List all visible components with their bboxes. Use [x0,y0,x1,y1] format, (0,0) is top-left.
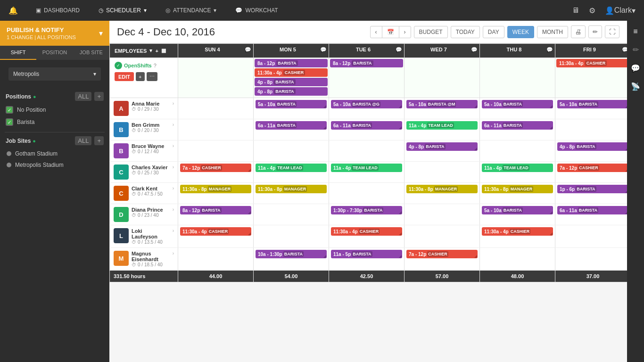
positions-all-btn[interactable]: ALL [75,92,91,101]
position-no-position[interactable]: No Position [6,104,104,116]
open-shift-pill[interactable]: 11:30a - 4p CASHIER [255,68,328,77]
shift-cell-7-1[interactable]: 10a - 1:30p BARISTA [254,248,329,271]
shift-pill[interactable]: 1p - 6p BARISTA [557,185,627,193]
shift-cell-4-3[interactable]: 11:30a - 8p MANAGER [405,183,480,204]
job-sites-add-btn[interactable]: + [94,136,104,145]
shift-cell-2-0[interactable] [178,140,254,162]
shift-cell-6-5[interactable] [555,225,627,248]
barista-checkbox[interactable] [6,118,13,126]
tab-position[interactable]: POSITION [36,46,73,60]
shift-cell-1-0[interactable] [178,119,254,140]
shift-pill[interactable]: 10a - 1:30p BARISTA [256,250,327,258]
expand-btn[interactable]: ⛶ [605,25,619,38]
right-panel-icon-3[interactable]: 💬 [628,61,643,75]
employees-filter-icon[interactable]: ▾ [149,48,152,54]
shift-cell-7-0[interactable] [178,248,254,271]
shift-pill[interactable]: 7a - 12p CASHIER [557,164,627,172]
shift-pill[interactable]: 6a - 11a BARISTA [482,121,553,130]
more-open-shifts-btn[interactable]: ⋯ [147,72,157,81]
day-chat-icon[interactable]: 💬 [320,47,327,53]
job-sites-all-btn[interactable]: ALL [75,136,91,145]
day-btn[interactable]: DAY [483,26,504,38]
shift-pill[interactable]: 6a - 11a BARISTA [331,121,402,130]
open-shift-pill[interactable]: 8a - 12p BARISTA [255,59,328,67]
shift-pill[interactable]: 6a - 11a BARISTA [256,121,327,130]
shift-cell-7-2[interactable]: 11a - 5p BARISTA [329,248,405,271]
employee-expand-icon[interactable]: › [173,122,174,127]
shift-cell-5-3[interactable] [405,204,480,225]
shift-pill[interactable]: 11a - 4p TEAM LEAD [331,164,402,172]
shift-cell-1-2[interactable]: 6a - 11a BARISTA [329,119,405,140]
employees-add-icon[interactable]: + [155,48,158,54]
user-avatar[interactable]: 👤 Clark ▾ [602,3,638,18]
day-chat-icon[interactable]: 💬 [622,47,627,53]
day-chat-icon[interactable]: 💬 [396,47,402,53]
attendance-dropdown-icon[interactable]: ▾ [214,7,216,14]
jobsite-metropolis[interactable]: Metropolis Stadium [6,159,104,171]
shift-pill[interactable]: 7a - 12p CASHIER [180,164,251,172]
shift-cell-7-5[interactable] [555,248,627,271]
shift-cell-5-5[interactable]: 6a - 11a BARISTA [555,204,627,225]
shift-cell-3-5[interactable]: 7a - 12p CASHIER [555,162,627,183]
shift-cell-3-2[interactable]: 11a - 4p TEAM LEAD [329,162,405,183]
settings-icon[interactable]: ⚙ [586,3,598,18]
shift-cell-2-5[interactable]: 4p - 8p BARISTA [555,140,627,162]
shift-pill[interactable]: 5a - 10a BARISTA @G [331,100,402,108]
employee-expand-icon[interactable]: › [173,251,174,256]
shift-pill[interactable]: 11:30a - 8p MANAGER [256,185,327,193]
open-shift-pill[interactable]: 4p - 8p BARISTA [255,87,328,96]
shift-cell-6-1[interactable] [254,225,329,248]
shift-cell-4-2[interactable] [329,183,405,204]
shift-pill[interactable]: 11a - 4p TEAM LEAD [406,121,478,130]
shift-cell-1-3[interactable]: 11a - 4p TEAM LEAD [405,119,480,140]
next-week-btn[interactable]: › [399,26,411,38]
day-chat-icon[interactable]: 💬 [546,47,553,53]
shift-cell-2-2[interactable] [329,140,405,162]
nav-workchat[interactable]: 💬 WORKCHAT [231,4,281,16]
open-shift-pill[interactable]: 11:30a - 4p CASHIER [556,59,627,67]
shift-pill[interactable]: 11a - 5p BARISTA [331,250,402,258]
shift-cell-1-4[interactable]: 6a - 11a BARISTA [480,119,555,140]
shift-cell-5-2[interactable]: 1:30p - 7:30p BARISTA [329,204,405,225]
messages-icon[interactable]: 🖥 [569,3,582,17]
shift-cell-5-4[interactable]: 5a - 10a BARISTA [480,204,555,225]
shift-cell-3-4[interactable]: 11a - 4p TEAM LEAD [480,162,555,183]
shift-pill[interactable]: 1:30p - 7:30p BARISTA [331,206,402,214]
shift-pill[interactable]: 11:30a - 4p CASHIER [180,227,251,236]
month-btn[interactable]: MONTH [537,26,568,38]
shift-pill[interactable]: 11:30a - 4p CASHIER [331,227,402,236]
shift-cell-3-3[interactable] [405,162,480,183]
shift-cell-0-5[interactable]: 5a - 10a BARISTA [555,98,627,119]
right-panel-icon-4[interactable]: 📡 [628,79,643,94]
shift-pill[interactable]: 11:30a - 8p MANAGER [482,185,553,193]
shift-pill[interactable]: 11:30a - 8p MANAGER [180,185,251,193]
shift-cell-0-4[interactable]: 5a - 10a BARISTA [480,98,555,119]
shift-cell-3-1[interactable]: 11a - 4p TEAM LEAD [254,162,329,183]
calendar-btn[interactable]: 📅 [382,26,399,38]
print-btn[interactable]: 🖨 [571,25,586,38]
shift-cell-4-5[interactable]: 1p - 6p BARISTA [555,183,627,204]
open-shift-pill[interactable]: 4p - 8p BARISTA [255,78,328,86]
day-chat-icon[interactable]: 💬 [245,47,251,53]
tab-job-site[interactable]: JOB SITE [73,46,109,60]
right-panel-icon-1[interactable]: ≡ [630,25,640,39]
shift-cell-1-1[interactable]: 6a - 11a BARISTA [254,119,329,140]
shift-pill[interactable]: 11:30a - 4p CASHIER [482,227,553,236]
shift-pill[interactable]: 5a - 10a BARISTA @M [406,100,478,108]
week-btn[interactable]: WEEK [507,26,534,38]
day-chat-icon[interactable]: 💬 [471,47,478,53]
shift-cell-6-0[interactable]: 11:30a - 4p CASHIER [178,225,254,248]
scheduler-dropdown-icon[interactable]: ▾ [144,7,147,14]
shift-pill[interactable]: 7a - 12p CASHIER [406,250,478,258]
shift-cell-4-0[interactable]: 11:30a - 8p MANAGER [178,183,254,204]
shift-cell-0-2[interactable]: 5a - 10a BARISTA @G [329,98,405,119]
shift-cell-6-2[interactable]: 11:30a - 4p CASHIER [329,225,405,248]
shift-pill[interactable]: 5a - 10a BARISTA [482,100,553,108]
employee-expand-icon[interactable]: › [173,228,174,233]
nav-scheduler[interactable]: ◷ SCHEDULER ▾ [95,4,150,16]
nav-attendance[interactable]: ◎ ATTENDANCE ▾ [162,4,220,16]
shift-cell-7-4[interactable] [480,248,555,271]
prev-week-btn[interactable]: ‹ [370,26,382,38]
shift-cell-3-0[interactable]: 7a - 12p CASHIER [178,162,254,183]
shift-cell-0-1[interactable]: 5a - 10a BARISTA [254,98,329,119]
